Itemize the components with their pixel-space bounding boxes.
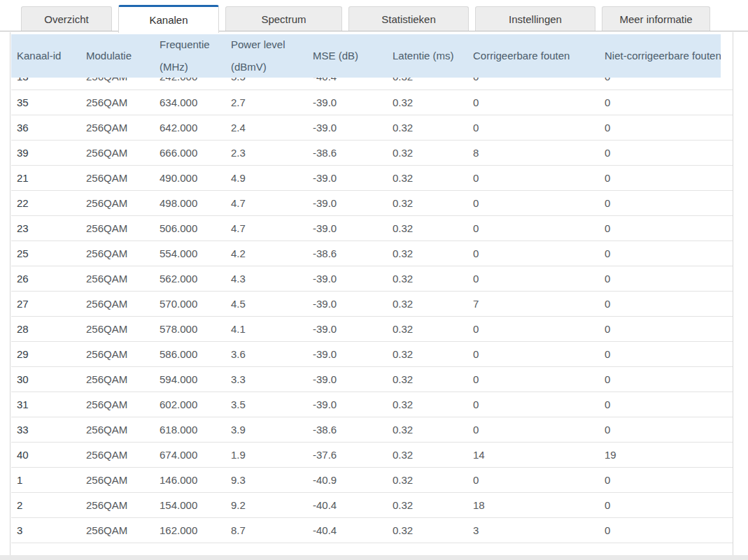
- cell-frequentie: 146.000: [154, 467, 225, 492]
- cell-frequentie: 634.000: [154, 89, 225, 115]
- cell-kanaal-id: 40: [11, 442, 80, 467]
- cell-power-level: 4.5: [225, 291, 307, 316]
- page-bottom-strip: [0, 555, 748, 560]
- cell-power-level: 3.5: [225, 392, 307, 417]
- column-header-mse: MSE (dB): [307, 34, 387, 78]
- cell-mse: -39.0: [307, 291, 387, 316]
- cell-power-level: 9.3: [225, 467, 307, 492]
- cell-power-level: 9.2: [225, 492, 307, 517]
- cell-niet-corrigeerbare-fouten: 0: [599, 341, 733, 366]
- cell-corrigeerbare-fouten: 0: [467, 341, 599, 366]
- cell-latentie: 0.32: [387, 89, 467, 115]
- cell-power-level: 4.2: [225, 240, 307, 266]
- cell-kanaal-id: 1: [11, 467, 80, 492]
- column-header-corrigeerbare-fouten: Corrigeerbare fouten: [467, 34, 599, 78]
- table-row: 33 256QAM 618.000 3.9 -38.6 0.32 0 0: [11, 417, 733, 442]
- cell-mse: -39.0: [307, 190, 387, 215]
- table-row: 21 256QAM 490.000 4.9 -39.0 0.32 0 0: [11, 165, 733, 190]
- cell-latentie: 0.32: [387, 467, 467, 492]
- cell-mse: -39.0: [307, 392, 387, 417]
- cell-niet-corrigeerbare-fouten: 0: [599, 140, 733, 165]
- cell-latentie: 0.32: [387, 266, 467, 291]
- cell-mse: -37.6: [307, 442, 387, 467]
- cell-niet-corrigeerbare-fouten: 0: [599, 392, 733, 417]
- cell-kanaal-id: 27: [11, 291, 80, 316]
- cell-corrigeerbare-fouten: 0: [467, 190, 599, 215]
- cell-mse: -40.4: [307, 492, 387, 517]
- cell-modulatie: 256QAM: [80, 115, 154, 140]
- cell-mse: -39.0: [307, 165, 387, 190]
- cell-niet-corrigeerbare-fouten: 0: [599, 165, 733, 190]
- cell-kanaal-id: 22: [11, 190, 80, 215]
- column-header-kanaal-id: Kanaal-id: [11, 34, 80, 78]
- cell-kanaal-id: 29: [11, 341, 80, 366]
- cell-power-level: 4.7: [225, 190, 307, 215]
- cell-mse: -40.9: [307, 467, 387, 492]
- table-row: 31 256QAM 602.000 3.5 -39.0 0.32 0 0: [11, 392, 733, 417]
- cell-frequentie: 242.000: [154, 78, 225, 89]
- tab-meer-informatie[interactable]: Meer informatie: [602, 6, 710, 31]
- cell-kanaal-id: 35: [11, 89, 80, 115]
- cell-niet-corrigeerbare-fouten: 0: [599, 467, 733, 492]
- cell-niet-corrigeerbare-fouten: 0: [599, 517, 733, 543]
- table-header: Kanaal-id Modulatie Frequentie(MHz) Powe…: [11, 34, 732, 78]
- cell-latentie: 0.32: [387, 392, 467, 417]
- table-row: 3 256QAM 162.000 8.7 -40.4 0.32 3 0: [11, 517, 733, 543]
- cell-latentie: 0.32: [387, 442, 467, 467]
- cell-latentie: 0.32: [387, 492, 467, 517]
- tab-statistieken[interactable]: Statistieken: [348, 6, 469, 31]
- cell-power-level: 3.9: [225, 417, 307, 442]
- cell-mse: -38.6: [307, 140, 387, 165]
- tab-instellingen[interactable]: Instellingen: [475, 6, 595, 31]
- cell-modulatie: 256QAM: [80, 467, 154, 492]
- cell-modulatie: 256QAM: [80, 442, 154, 467]
- cell-mse: -39.0: [307, 115, 387, 140]
- cell-modulatie: 256QAM: [80, 266, 154, 291]
- table-body[interactable]: 13 256QAM 242.000 5.5 -40.4 0.32 0 0 35: [11, 78, 733, 555]
- cell-latentie: 0.32: [387, 115, 467, 140]
- column-header-modulatie: Modulatie: [80, 34, 154, 78]
- cell-kanaal-id: 21: [11, 165, 80, 190]
- cell-modulatie: 256QAM: [80, 517, 154, 543]
- cell-modulatie: 256QAM: [80, 140, 154, 165]
- cell-modulatie: 256QAM: [80, 165, 154, 190]
- cell-latentie: 0.32: [387, 78, 467, 89]
- cell-latentie: 0.32: [387, 215, 467, 240]
- cell-niet-corrigeerbare-fouten: 19: [599, 442, 733, 467]
- cell-modulatie: 256QAM: [80, 291, 154, 316]
- cell-corrigeerbare-fouten: 0: [467, 392, 599, 417]
- cell-mse: -39.0: [307, 341, 387, 366]
- cell-corrigeerbare-fouten: 7: [467, 291, 599, 316]
- cell-niet-corrigeerbare-fouten: 0: [599, 417, 733, 442]
- cell-latentie: 0.32: [387, 190, 467, 215]
- cell-modulatie: 256QAM: [80, 492, 154, 517]
- table-row: 23 256QAM 506.000 4.7 -39.0 0.32 0 0: [11, 215, 733, 240]
- cell-kanaal-id: 13: [11, 78, 80, 89]
- cell-frequentie: 562.000: [154, 266, 225, 291]
- cell-frequentie: 618.000: [154, 417, 225, 442]
- cell-mse: -38.6: [307, 240, 387, 266]
- cell-latentie: 0.32: [387, 517, 467, 543]
- cell-power-level: 4.9: [225, 165, 307, 190]
- cell-corrigeerbare-fouten: 8: [467, 140, 599, 165]
- cell-power-level: 8.7: [225, 517, 307, 543]
- cell-modulatie: 256QAM: [80, 417, 154, 442]
- cell-frequentie: 602.000: [154, 392, 225, 417]
- cell-mse: -38.6: [307, 417, 387, 442]
- table-row: 40 256QAM 674.000 1.9 -37.6 0.32 14 19: [11, 442, 733, 467]
- cell-power-level: 5.5: [225, 78, 307, 89]
- cell-frequentie: 666.000: [154, 140, 225, 165]
- table-row: 2 256QAM 154.000 9.2 -40.4 0.32 18 0: [11, 492, 733, 517]
- tab-overzicht[interactable]: Overzicht: [21, 6, 112, 31]
- table-row: 39 256QAM 666.000 2.3 -38.6 0.32 8 0: [11, 140, 733, 165]
- cell-niet-corrigeerbare-fouten: 0: [599, 316, 733, 341]
- cell-kanaal-id: 30: [11, 366, 80, 392]
- tab-kanalen[interactable]: Kanalen: [118, 5, 219, 33]
- cell-modulatie: 256QAM: [80, 215, 154, 240]
- cell-frequentie: 498.000: [154, 190, 225, 215]
- column-header-latentie: Latentie (ms): [387, 34, 467, 78]
- tab-spectrum[interactable]: Spectrum: [225, 6, 342, 31]
- cell-corrigeerbare-fouten: 0: [467, 240, 599, 266]
- cell-corrigeerbare-fouten: 3: [467, 517, 599, 543]
- table-row: 30 256QAM 594.000 3.3 -39.0 0.32 0 0: [11, 366, 733, 392]
